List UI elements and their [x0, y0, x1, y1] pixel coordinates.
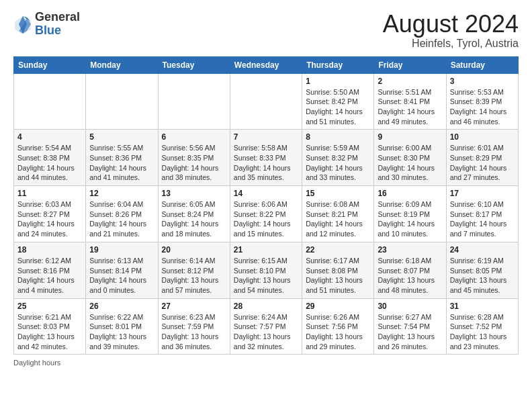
- day-info: Sunrise: 6:14 AM Sunset: 8:12 PM Dayligh…: [162, 256, 226, 295]
- calendar-header: SundayMondayTuesdayWednesdayThursdayFrid…: [14, 56, 519, 73]
- day-number: 4: [17, 132, 82, 142]
- day-number: 17: [450, 189, 515, 198]
- calendar-cell: 2Sunrise: 5:51 AM Sunset: 8:41 PM Daylig…: [374, 73, 446, 130]
- day-number: 30: [378, 302, 442, 311]
- logo: General Blue: [13, 11, 80, 38]
- calendar-subtitle: Heinfels, Tyrol, Austria: [383, 38, 519, 50]
- header: General Blue August 2024 Heinfels, Tyrol…: [13, 11, 519, 50]
- logo-icon: [13, 15, 32, 34]
- day-number: 16: [378, 189, 442, 198]
- day-info: Sunrise: 6:27 AM Sunset: 7:54 PM Dayligh…: [378, 312, 442, 352]
- day-info: Sunrise: 5:51 AM Sunset: 8:41 PM Dayligh…: [378, 87, 442, 127]
- calendar-cell: 15Sunrise: 6:08 AM Sunset: 8:21 PM Dayli…: [302, 186, 374, 242]
- calendar-body: 1Sunrise: 5:50 AM Sunset: 8:42 PM Daylig…: [14, 73, 519, 355]
- calendar-dow-thursday: Thursday: [302, 56, 374, 73]
- calendar-table: SundayMondayTuesdayWednesdayThursdayFrid…: [13, 56, 519, 355]
- day-number: 2: [378, 77, 442, 86]
- day-number: 25: [17, 302, 82, 311]
- calendar-cell: 23Sunrise: 6:18 AM Sunset: 8:07 PM Dayli…: [374, 242, 446, 298]
- day-number: 31: [450, 302, 515, 311]
- day-info: Sunrise: 6:12 AM Sunset: 8:16 PM Dayligh…: [17, 256, 82, 295]
- day-info: Sunrise: 6:22 AM Sunset: 8:01 PM Dayligh…: [89, 312, 154, 352]
- calendar-dow-monday: Monday: [86, 56, 158, 73]
- calendar-dow-tuesday: Tuesday: [158, 56, 230, 73]
- day-info: Sunrise: 6:19 AM Sunset: 8:05 PM Dayligh…: [450, 256, 515, 295]
- day-info: Sunrise: 6:24 AM Sunset: 7:57 PM Dayligh…: [234, 312, 298, 352]
- day-info: Sunrise: 6:17 AM Sunset: 8:08 PM Dayligh…: [306, 256, 370, 295]
- calendar-cell: [158, 73, 230, 130]
- calendar-cell: 6Sunrise: 5:56 AM Sunset: 8:35 PM Daylig…: [158, 130, 230, 186]
- calendar-cell: 22Sunrise: 6:17 AM Sunset: 8:08 PM Dayli…: [302, 242, 374, 298]
- calendar-header-row: SundayMondayTuesdayWednesdayThursdayFrid…: [14, 56, 519, 73]
- calendar-dow-sunday: Sunday: [14, 56, 86, 73]
- calendar-cell: 28Sunrise: 6:24 AM Sunset: 7:57 PM Dayli…: [230, 298, 302, 355]
- calendar-cell: 21Sunrise: 6:15 AM Sunset: 8:10 PM Dayli…: [230, 242, 302, 298]
- calendar-cell: 29Sunrise: 6:26 AM Sunset: 7:56 PM Dayli…: [302, 298, 374, 355]
- day-number: 22: [306, 245, 370, 255]
- day-info: Sunrise: 6:06 AM Sunset: 8:22 PM Dayligh…: [234, 199, 298, 239]
- calendar-cell: 30Sunrise: 6:27 AM Sunset: 7:54 PM Dayli…: [374, 298, 446, 355]
- day-info: Sunrise: 6:05 AM Sunset: 8:24 PM Dayligh…: [162, 199, 226, 239]
- calendar-week-2: 4Sunrise: 5:54 AM Sunset: 8:38 PM Daylig…: [14, 130, 519, 186]
- title-block: August 2024 Heinfels, Tyrol, Austria: [383, 11, 519, 50]
- day-number: 8: [306, 132, 370, 142]
- day-number: 28: [234, 302, 298, 311]
- calendar-cell: 11Sunrise: 6:03 AM Sunset: 8:27 PM Dayli…: [14, 186, 86, 242]
- calendar-dow-wednesday: Wednesday: [230, 56, 302, 73]
- day-number: 19: [89, 245, 154, 255]
- calendar-cell: [86, 73, 158, 130]
- day-number: 23: [378, 245, 442, 255]
- day-number: 24: [450, 245, 515, 255]
- day-number: 7: [234, 132, 298, 142]
- calendar-cell: 8Sunrise: 5:59 AM Sunset: 8:32 PM Daylig…: [302, 130, 374, 186]
- day-info: Sunrise: 5:56 AM Sunset: 8:35 PM Dayligh…: [162, 143, 226, 183]
- calendar-cell: 9Sunrise: 6:00 AM Sunset: 8:30 PM Daylig…: [374, 130, 446, 186]
- calendar-cell: 25Sunrise: 6:21 AM Sunset: 8:03 PM Dayli…: [14, 298, 86, 355]
- day-number: 3: [450, 77, 515, 86]
- day-number: 11: [17, 189, 82, 198]
- footer-note: Daylight hours: [13, 359, 519, 367]
- calendar-cell: 26Sunrise: 6:22 AM Sunset: 8:01 PM Dayli…: [86, 298, 158, 355]
- calendar-cell: 10Sunrise: 6:01 AM Sunset: 8:29 PM Dayli…: [446, 130, 518, 186]
- calendar-dow-saturday: Saturday: [446, 56, 518, 73]
- day-info: Sunrise: 6:28 AM Sunset: 7:52 PM Dayligh…: [450, 312, 515, 352]
- day-info: Sunrise: 6:21 AM Sunset: 8:03 PM Dayligh…: [17, 312, 82, 352]
- day-number: 20: [162, 245, 226, 255]
- day-number: 12: [89, 189, 154, 198]
- day-number: 18: [17, 245, 82, 255]
- calendar-cell: 17Sunrise: 6:10 AM Sunset: 8:17 PM Dayli…: [446, 186, 518, 242]
- calendar-week-3: 11Sunrise: 6:03 AM Sunset: 8:27 PM Dayli…: [14, 186, 519, 242]
- day-info: Sunrise: 6:13 AM Sunset: 8:14 PM Dayligh…: [89, 256, 154, 295]
- calendar-cell: 18Sunrise: 6:12 AM Sunset: 8:16 PM Dayli…: [14, 242, 86, 298]
- calendar-cell: 5Sunrise: 5:55 AM Sunset: 8:36 PM Daylig…: [86, 130, 158, 186]
- day-number: 29: [306, 302, 370, 311]
- calendar-week-4: 18Sunrise: 6:12 AM Sunset: 8:16 PM Dayli…: [14, 242, 519, 298]
- calendar-cell: 31Sunrise: 6:28 AM Sunset: 7:52 PM Dayli…: [446, 298, 518, 355]
- day-number: 5: [89, 132, 154, 142]
- day-info: Sunrise: 5:53 AM Sunset: 8:39 PM Dayligh…: [450, 87, 515, 127]
- calendar-cell: 4Sunrise: 5:54 AM Sunset: 8:38 PM Daylig…: [14, 130, 86, 186]
- day-number: 10: [450, 132, 515, 142]
- day-info: Sunrise: 6:18 AM Sunset: 8:07 PM Dayligh…: [378, 256, 442, 295]
- day-info: Sunrise: 6:03 AM Sunset: 8:27 PM Dayligh…: [17, 199, 82, 239]
- day-number: 26: [89, 302, 154, 311]
- calendar-cell: 16Sunrise: 6:09 AM Sunset: 8:19 PM Dayli…: [374, 186, 446, 242]
- calendar-cell: 20Sunrise: 6:14 AM Sunset: 8:12 PM Dayli…: [158, 242, 230, 298]
- day-info: Sunrise: 6:23 AM Sunset: 7:59 PM Dayligh…: [162, 312, 226, 352]
- day-info: Sunrise: 6:09 AM Sunset: 8:19 PM Dayligh…: [378, 199, 442, 239]
- calendar-dow-friday: Friday: [374, 56, 446, 73]
- day-info: Sunrise: 6:04 AM Sunset: 8:26 PM Dayligh…: [89, 199, 154, 239]
- calendar-cell: 19Sunrise: 6:13 AM Sunset: 8:14 PM Dayli…: [86, 242, 158, 298]
- day-info: Sunrise: 6:01 AM Sunset: 8:29 PM Dayligh…: [450, 143, 515, 183]
- day-number: 9: [378, 132, 442, 142]
- day-info: Sunrise: 6:26 AM Sunset: 7:56 PM Dayligh…: [306, 312, 370, 352]
- logo-text: General Blue: [35, 11, 80, 38]
- calendar-cell: 13Sunrise: 6:05 AM Sunset: 8:24 PM Dayli…: [158, 186, 230, 242]
- calendar-cell: [14, 73, 86, 130]
- day-info: Sunrise: 5:58 AM Sunset: 8:33 PM Dayligh…: [234, 143, 298, 183]
- day-info: Sunrise: 5:54 AM Sunset: 8:38 PM Dayligh…: [17, 143, 82, 183]
- day-number: 6: [162, 132, 226, 142]
- day-info: Sunrise: 5:50 AM Sunset: 8:42 PM Dayligh…: [306, 87, 370, 127]
- day-number: 14: [234, 189, 298, 198]
- day-info: Sunrise: 6:08 AM Sunset: 8:21 PM Dayligh…: [306, 199, 370, 239]
